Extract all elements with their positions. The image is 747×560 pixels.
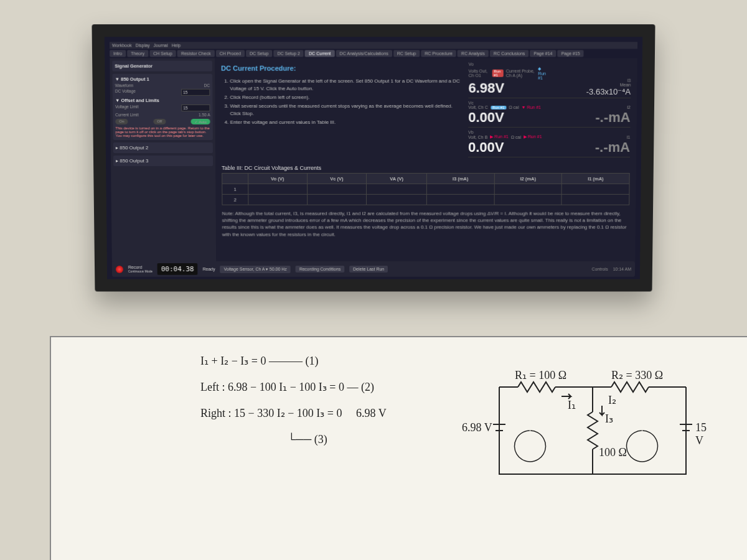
whiteboard: I₁ + I₂ − I₃ = 0 ——— (1) Left : 6.98 − 1… bbox=[50, 336, 747, 560]
recording-conditions-button[interactable]: Recording Conditions bbox=[296, 266, 345, 273]
procedure-title: DC Current Procedure: bbox=[221, 63, 461, 74]
tab-dcanalysis[interactable]: DC Analysis/Calculations bbox=[336, 50, 392, 57]
equation-2: Left : 6.98 − 100 I₁ − 100 I₃ = 0 — (2) bbox=[200, 376, 387, 398]
i3-value: -3.63x10⁻⁴A bbox=[550, 87, 631, 96]
output1-title: ▼ 850 Output 1 bbox=[115, 77, 210, 82]
menu-journal[interactable]: Journal bbox=[154, 43, 168, 47]
i2-label: I₂ bbox=[608, 393, 616, 407]
menu-workbook[interactable]: Workbook bbox=[112, 43, 132, 47]
equations: I₁ + I₂ − I₃ = 0 ——— (1) Left : 6.98 − 1… bbox=[200, 350, 387, 454]
step-1: Click open the Signal Generator at the l… bbox=[230, 77, 461, 92]
vsrc2-label: 15 V bbox=[695, 421, 711, 447]
step-2: Click Record (bottom left of screen). bbox=[230, 93, 461, 101]
signal-gen-title: Signal Generator bbox=[115, 63, 210, 69]
tab-p15[interactable]: Page #15 bbox=[558, 50, 584, 57]
dcvoltage-label: DC Voltage bbox=[115, 89, 136, 96]
tab-theory[interactable]: Theory bbox=[127, 50, 148, 57]
tab-dcsetup2[interactable]: DC Setup 2 bbox=[274, 50, 304, 57]
tab-rcproc[interactable]: RC Procedure bbox=[421, 50, 456, 57]
signal-generator-panel: Signal Generator bbox=[112, 61, 212, 72]
equation-3-tag: └── (3) bbox=[288, 428, 387, 450]
tab-rcconcl[interactable]: RC Conclusions bbox=[490, 50, 529, 57]
step-4: Enter the voltage and current values in … bbox=[230, 118, 461, 126]
record-label: Record bbox=[128, 265, 153, 269]
menubar: Workbook Display Journal Help bbox=[110, 42, 637, 49]
note-text: Note: Although the total current, I3, is… bbox=[222, 210, 630, 238]
step-3: Wait several seconds until the measured … bbox=[230, 102, 461, 117]
output1-panel: ▼ 850 Output 1 Waveform DC DC Voltage ▼ … bbox=[113, 74, 213, 140]
tab-rcsetup[interactable]: RC Setup bbox=[393, 50, 420, 57]
vsrc1-label: 6.98 V bbox=[462, 421, 492, 434]
bottombar: RecordContinuous Mode 00:04.38 Ready Vol… bbox=[112, 261, 635, 277]
sensor-select[interactable]: Voltage Sensor, Ch A ▾ 50.00 Hz bbox=[220, 265, 291, 273]
vb-value: 0.00V bbox=[468, 139, 549, 156]
on-button[interactable]: On bbox=[115, 119, 128, 124]
clock: 10:14 AM bbox=[613, 267, 632, 271]
tab-chsetup[interactable]: CH Setup bbox=[149, 50, 176, 57]
ready-label: Ready bbox=[202, 267, 215, 271]
auto-button[interactable]: ✓ Auto bbox=[191, 119, 210, 124]
climit-value: 1.50 A bbox=[199, 113, 210, 117]
i1-label: I₁ bbox=[568, 398, 576, 412]
run-badge: Run #1 bbox=[492, 70, 503, 77]
menu-display[interactable]: Display bbox=[136, 43, 150, 47]
data-table[interactable]: Vo (V) Vc (V) VA (V) I3 (mA) I2 (mA) I1 … bbox=[222, 173, 630, 205]
r2-label: R₂ = 330 Ω bbox=[611, 368, 663, 382]
output2-panel[interactable]: ▸ 850 Output 2 bbox=[113, 142, 213, 153]
timer-display: 00:04.38 bbox=[157, 263, 198, 275]
controls-label: Controls bbox=[592, 267, 608, 271]
sidebar: Signal Generator ▼ 850 Output 1 Waveform… bbox=[110, 58, 216, 269]
i2-value: -.-mA bbox=[549, 110, 630, 126]
table-row: 1 bbox=[222, 184, 629, 194]
run-badge-2: Run #1 bbox=[491, 105, 506, 109]
monitor-screen: Workbook Display Journal Help Intro Theo… bbox=[92, 24, 655, 291]
equation-1: I₁ + I₂ − I₃ = 0 ——— (1) bbox=[200, 350, 387, 372]
table-section: Table III: DC Circuit Voltages & Current… bbox=[222, 165, 630, 205]
dcvoltage-input[interactable] bbox=[181, 89, 210, 96]
vlimit-input[interactable] bbox=[181, 105, 210, 111]
vc-value: 0.00V bbox=[468, 110, 549, 126]
r1-label: R₁ = 100 Ω bbox=[515, 368, 566, 382]
tab-p14[interactable]: Page #14 bbox=[530, 50, 556, 57]
vlimit-label: Voltage Limit bbox=[115, 105, 138, 111]
waveform-label: Waveform bbox=[115, 83, 134, 88]
tab-intro[interactable]: Intro bbox=[110, 50, 126, 57]
tab-resistor[interactable]: Resistor Check bbox=[177, 50, 215, 57]
menu-help[interactable]: Help bbox=[172, 43, 181, 47]
warning-text: This device is turned on in a different … bbox=[115, 126, 210, 138]
vo-value: 6.98V bbox=[468, 80, 550, 96]
i3-label: I₃ bbox=[605, 412, 613, 426]
climit-label: Current Limit bbox=[115, 113, 138, 117]
waveform-select[interactable]: DC bbox=[204, 83, 210, 88]
tab-dcsetup[interactable]: DC Setup bbox=[246, 50, 273, 57]
tab-dccurrent[interactable]: DC Current bbox=[305, 50, 335, 57]
circuit-diagram: R₁ = 100 Ω R₂ = 330 Ω 100 Ω I₁ I₂ I₃ 6.9… bbox=[487, 350, 711, 487]
output3-panel[interactable]: ▸ 850 Output 3 bbox=[113, 156, 213, 166]
table-row: 2 bbox=[222, 194, 629, 205]
page-tabs: Intro Theory CH Setup Resistor Check CH … bbox=[110, 49, 637, 58]
equation-3: Right : 15 − 330 I₂ − 100 I₃ = 0 6.98 V bbox=[200, 402, 387, 424]
content-area: DC Current Procedure: Click open the Sig… bbox=[215, 58, 637, 269]
measurements-panel: Vo Volts Out, Ch O1 Run #1 Current Probe… bbox=[468, 62, 631, 157]
tab-chproced[interactable]: CH Proced bbox=[215, 50, 245, 57]
record-button[interactable] bbox=[116, 265, 123, 273]
procedure-box: DC Current Procedure: Click open the Sig… bbox=[221, 62, 461, 157]
tab-rcanalysis[interactable]: RC Analysis bbox=[458, 50, 489, 57]
i1-value: -.-mA bbox=[549, 139, 630, 156]
off-button[interactable]: Off bbox=[153, 119, 166, 124]
table-title: Table III: DC Circuit Voltages & Current… bbox=[222, 165, 630, 171]
delete-last-run-button[interactable]: Delete Last Run bbox=[349, 266, 388, 273]
r3-label: 100 Ω bbox=[599, 446, 627, 459]
